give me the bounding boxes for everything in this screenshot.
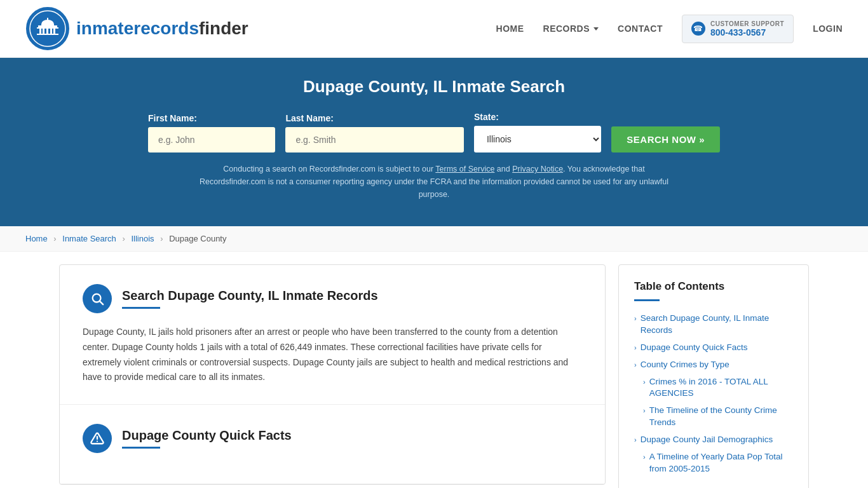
site-header: inmaterecordsfinder HOME RECORDS CONTACT… <box>0 0 868 58</box>
privacy-link[interactable]: Privacy Notice <box>512 165 563 173</box>
toc-item: ›Dupage County Quick Facts <box>634 342 793 354</box>
breadcrumb-inmate-search[interactable]: Inmate Search <box>62 234 116 243</box>
quick-facts-section: Dupage County Quick Facts <box>60 405 605 484</box>
toc-item: ›County Crimes by Type <box>634 359 793 371</box>
first-name-label: First Name: <box>148 113 197 123</box>
support-number: 800-433-0567 <box>710 27 784 37</box>
toc-link[interactable]: Dupage County Quick Facts <box>641 342 748 354</box>
search-form: First Name: Last Name: State: Illinois A… <box>148 112 720 152</box>
nav-records[interactable]: RECORDS <box>543 24 599 34</box>
terms-link[interactable]: Terms of Service <box>435 165 494 173</box>
first-name-input[interactable] <box>148 127 275 152</box>
toc-item: ›Crimes % in 2016 - TOTAL ALL AGENCIES <box>643 376 793 400</box>
section-header-1: Search Dupage County, IL Inmate Records <box>83 284 582 313</box>
svg-rect-3 <box>41 24 54 25</box>
logo-icon <box>25 6 70 51</box>
toc-chevron: › <box>643 378 646 386</box>
nav-login[interactable]: LOGIN <box>813 24 843 34</box>
breadcrumb-illinois[interactable]: Illinois <box>131 234 154 243</box>
svg-rect-5 <box>37 27 58 29</box>
toc-item: ›A Timeline of Yearly Data Pop Total fro… <box>643 451 793 475</box>
customer-support-box[interactable]: ☎ CUSTOMER SUPPORT 800-433-0567 <box>682 15 794 43</box>
last-name-label: Last Name: <box>285 113 333 123</box>
nav-contact[interactable]: CONTACT <box>618 24 663 34</box>
breadcrumb: Home › Inmate Search › Illinois › Dupage… <box>0 226 868 252</box>
svg-rect-4 <box>38 25 57 27</box>
toc-link[interactable]: The Timeline of the County Crime Trends <box>649 405 793 429</box>
toc-divider <box>634 299 660 301</box>
section-title-wrap-2: Dupage County Quick Facts <box>122 428 292 449</box>
breadcrumb-sep-3: › <box>160 234 163 243</box>
nav-home[interactable]: HOME <box>496 24 524 34</box>
last-name-group: Last Name: <box>285 113 464 152</box>
logo-text: inmaterecordsfinder <box>76 18 248 39</box>
svg-rect-8 <box>46 29 48 34</box>
section-underline-2 <box>122 447 160 449</box>
disclaimer-text: Conducting a search on Recordsfinder.com… <box>196 163 672 201</box>
svg-rect-10 <box>53 29 55 34</box>
toc-chevron: › <box>643 453 646 461</box>
sidebar: Table of Contents ›Search Dupage County,… <box>618 264 809 488</box>
toc-link[interactable]: A Timeline of Yearly Data Pop Total from… <box>649 451 793 475</box>
toc-link[interactable]: Dupage County Jail Demographics <box>641 434 773 446</box>
section-title-wrap-1: Search Dupage County, IL Inmate Records <box>122 288 378 309</box>
breadcrumb-sep-1: › <box>53 234 56 243</box>
toc-item: ›Search Dupage County, IL Inmate Records <box>634 313 793 337</box>
toc-chevron: › <box>634 344 637 351</box>
warning-icon <box>83 424 112 453</box>
support-text-group: CUSTOMER SUPPORT 800-433-0567 <box>710 20 784 37</box>
toc-chevron: › <box>634 315 637 322</box>
content-area: Search Dupage County, IL Inmate Records … <box>59 264 606 485</box>
svg-rect-12 <box>47 18 48 24</box>
state-select[interactable]: Illinois Alabama Alaska Arizona Californ… <box>474 126 601 152</box>
breadcrumb-current: Dupage County <box>169 234 226 243</box>
svg-rect-6 <box>39 29 41 34</box>
state-group: State: Illinois Alabama Alaska Arizona C… <box>474 112 601 152</box>
toc-link[interactable]: Search Dupage County, IL Inmate Records <box>641 313 793 337</box>
section-header-2: Dupage County Quick Facts <box>83 424 582 453</box>
inmate-records-section: Search Dupage County, IL Inmate Records … <box>60 265 605 405</box>
section-title-2: Dupage County Quick Facts <box>122 428 292 443</box>
toc-item: ›Dupage County Jail Demographics <box>634 434 793 446</box>
toc-title: Table of Contents <box>634 280 793 293</box>
toc-list: ›Search Dupage County, IL Inmate Records… <box>634 313 793 475</box>
search-icon <box>83 284 112 313</box>
toc-link[interactable]: County Crimes by Type <box>641 359 729 371</box>
state-label: State: <box>474 112 499 122</box>
toc-chevron: › <box>634 361 637 369</box>
hero-section: Dupage County, IL Inmate Search First Na… <box>0 58 868 226</box>
main-content: Search Dupage County, IL Inmate Records … <box>34 264 834 488</box>
section-title-1: Search Dupage County, IL Inmate Records <box>122 288 378 303</box>
first-name-group: First Name: <box>148 113 275 152</box>
section-underline-1 <box>122 307 160 309</box>
toc-link[interactable]: Crimes % in 2016 - TOTAL ALL AGENCIES <box>649 376 793 400</box>
svg-rect-11 <box>37 34 58 35</box>
main-nav: HOME RECORDS CONTACT ☎ CUSTOMER SUPPORT … <box>496 15 843 43</box>
hero-title: Dupage County, IL Inmate Search <box>25 77 843 97</box>
records-dropdown-icon <box>593 27 599 30</box>
svg-rect-9 <box>50 29 52 34</box>
logo[interactable]: inmaterecordsfinder <box>25 6 248 51</box>
support-label: CUSTOMER SUPPORT <box>710 20 784 27</box>
toc-chevron: › <box>643 407 646 414</box>
phone-icon: ☎ <box>691 22 705 36</box>
breadcrumb-home[interactable]: Home <box>25 234 48 243</box>
svg-line-14 <box>100 301 103 304</box>
search-now-button[interactable]: SEARCH NOW » <box>611 126 720 152</box>
svg-rect-7 <box>43 29 44 34</box>
toc-item: ›The Timeline of the County Crime Trends <box>643 405 793 429</box>
toc-chevron: › <box>634 436 637 444</box>
section-body-1: Dupage County, IL jails hold prisoners a… <box>83 325 582 385</box>
breadcrumb-sep-2: › <box>122 234 125 243</box>
last-name-input[interactable] <box>285 127 464 152</box>
